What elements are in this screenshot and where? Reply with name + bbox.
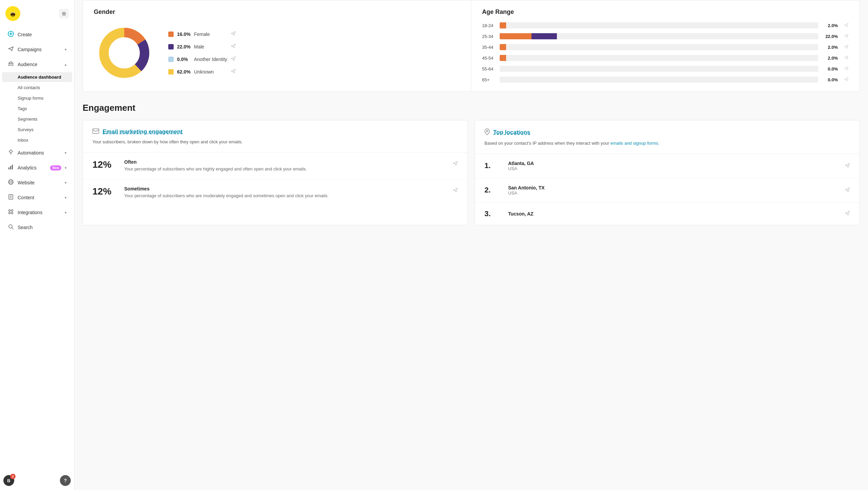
female-send-icon[interactable] (231, 31, 236, 37)
create-icon (7, 31, 14, 38)
campaigns-icon (7, 46, 14, 53)
svg-point-21 (12, 210, 13, 211)
sidebar-sub-item-all-contacts[interactable]: All contacts (2, 83, 72, 93)
age-send-45-54[interactable] (844, 55, 849, 61)
age-bar-purple-25-34 (531, 33, 557, 39)
sidebar-item-integrations[interactable]: Integrations ▾ (2, 205, 72, 220)
age-range-card-title: Age Range (482, 8, 849, 16)
sidebar-item-content[interactable]: Content ▾ (2, 190, 72, 205)
age-bar-65plus (500, 77, 818, 83)
location-send-2[interactable] (845, 187, 850, 193)
search-icon (7, 224, 14, 231)
age-label-35-44: 35-44 (482, 45, 496, 50)
location-send-3[interactable] (845, 210, 850, 217)
sidebar-item-create[interactable]: Create (2, 27, 72, 42)
age-pct-18-24: 2.0% (822, 23, 838, 28)
age-bar-25-34 (500, 33, 818, 39)
unknown-label: Unknown (194, 69, 227, 75)
sidebar-item-audience[interactable]: Audience ▴ (2, 57, 72, 72)
svg-point-8 (8, 63, 10, 64)
audience-chevron-icon: ▴ (65, 62, 67, 67)
email-engagement-title[interactable]: Email marketing engagement (103, 128, 182, 135)
segments-label: Segments (18, 117, 38, 122)
svg-point-23 (12, 212, 13, 214)
svg-point-5 (14, 13, 14, 13)
another-identity-send-icon[interactable] (231, 56, 236, 62)
automations-icon (7, 149, 14, 157)
age-send-55-64[interactable] (844, 66, 849, 72)
notification-badge: 2 (10, 474, 16, 479)
male-send-icon[interactable] (231, 43, 236, 50)
age-label-55-64: 55-64 (482, 66, 496, 72)
integrations-chevron-icon: ▾ (65, 210, 67, 215)
location-rank-2: 2. (484, 186, 501, 195)
location-info-1: Atlanta, GA USA (508, 161, 838, 171)
legend-item-another-identity: 0.0% Another Identity (168, 56, 236, 62)
svg-rect-11 (10, 166, 11, 169)
location-info-2: San Antonio, TX USA (508, 185, 838, 196)
sidebar-sub-item-inbox[interactable]: Inbox (2, 135, 72, 145)
age-send-18-24[interactable] (844, 23, 849, 28)
audience-icon (7, 61, 14, 68)
often-label: Often (124, 159, 444, 165)
often-pct: 12% (92, 159, 116, 170)
often-send-icon[interactable] (453, 161, 458, 167)
location-row-2: 2. San Antonio, TX USA (475, 178, 860, 203)
svg-point-36 (486, 130, 488, 132)
location-send-1[interactable] (845, 163, 850, 169)
sometimes-pct: 12% (92, 186, 116, 197)
sidebar-item-search[interactable]: Search (2, 220, 72, 234)
age-row-45-54: 45-54 2.0% (482, 55, 849, 61)
mailchimp-logo[interactable] (5, 6, 20, 21)
age-send-35-44[interactable] (844, 44, 849, 50)
main-content: Gender (74, 0, 868, 490)
locations-desc-link[interactable]: emails and signup forms. (610, 141, 659, 146)
svg-point-4 (11, 13, 12, 13)
locations-desc-text: Based on your contact's IP address when … (484, 141, 609, 146)
sidebar-item-automations[interactable]: Automations ▾ (2, 146, 72, 160)
svg-line-29 (12, 228, 13, 229)
locations-title[interactable]: Top locations (493, 129, 530, 136)
sidebar-item-analytics[interactable]: Analytics New ▾ (2, 161, 72, 175)
sidebar-toggle-button[interactable]: ⊞ (59, 9, 69, 18)
age-send-65plus[interactable] (844, 77, 849, 83)
campaigns-chevron-icon: ▾ (65, 47, 67, 52)
unknown-color-dot (168, 69, 174, 75)
location-rank-1: 1. (484, 161, 501, 170)
locations-header: Top locations Based on your contact's IP… (475, 120, 860, 154)
sidebar-item-website[interactable]: Website ▾ (2, 176, 72, 190)
svg-point-34 (109, 38, 139, 68)
sidebar-sub-item-audience-dashboard[interactable]: Audience dashboard (2, 72, 72, 82)
sidebar-item-label-content: Content (18, 195, 61, 200)
donut-svg (94, 22, 155, 83)
engagement-cards: Email marketing engagement Your subscrib… (83, 120, 860, 225)
sidebar-sub-item-tags[interactable]: Tags (2, 104, 72, 114)
sometimes-label: Sometimes (124, 186, 444, 191)
svg-point-22 (9, 212, 10, 214)
age-bar-orange-25-34 (500, 33, 531, 39)
location-row-3: 3. Tucson, AZ (475, 203, 860, 225)
unknown-send-icon[interactable] (231, 68, 236, 75)
male-label: Male (194, 44, 227, 49)
location-pin-icon (484, 128, 490, 137)
age-bar-55-64 (500, 66, 818, 72)
analytics-new-badge: New (50, 165, 61, 170)
age-send-25-34[interactable] (844, 34, 849, 39)
sidebar-item-label-automations: Automations (18, 150, 61, 156)
content-chevron-icon: ▾ (65, 196, 67, 200)
sometimes-send-icon[interactable] (453, 187, 458, 194)
svg-point-9 (12, 63, 13, 64)
sometimes-content: Sometimes Your percentage of subscribers… (124, 186, 444, 199)
sidebar-bottom: B 2 ? (0, 471, 74, 490)
help-button[interactable]: ? (60, 475, 71, 486)
age-pct-65plus: 0.0% (822, 77, 838, 82)
sidebar-sub-item-surveys[interactable]: Surveys (2, 125, 72, 135)
user-avatar[interactable]: B 2 (3, 475, 14, 486)
sidebar-sub-item-segments[interactable]: Segments (2, 114, 72, 124)
age-row-55-64: 55-64 0.0% (482, 66, 849, 72)
sidebar-item-campaigns[interactable]: Campaigns ▾ (2, 42, 72, 57)
gender-card: Gender (83, 0, 471, 91)
all-contacts-label: All contacts (18, 85, 40, 90)
email-engagement-header: Email marketing engagement Your subscrib… (83, 120, 468, 152)
sidebar-sub-item-signup-forms[interactable]: Signup forms (2, 93, 72, 103)
